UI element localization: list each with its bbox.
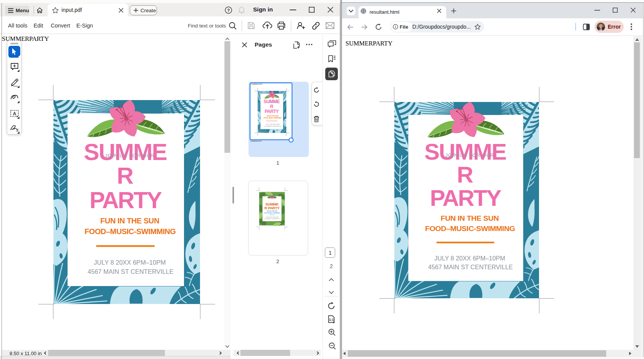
svg-text:A: A — [13, 111, 16, 116]
svg-text:?: ? — [227, 8, 230, 13]
svg-text:1:1: 1:1 — [329, 318, 334, 322]
